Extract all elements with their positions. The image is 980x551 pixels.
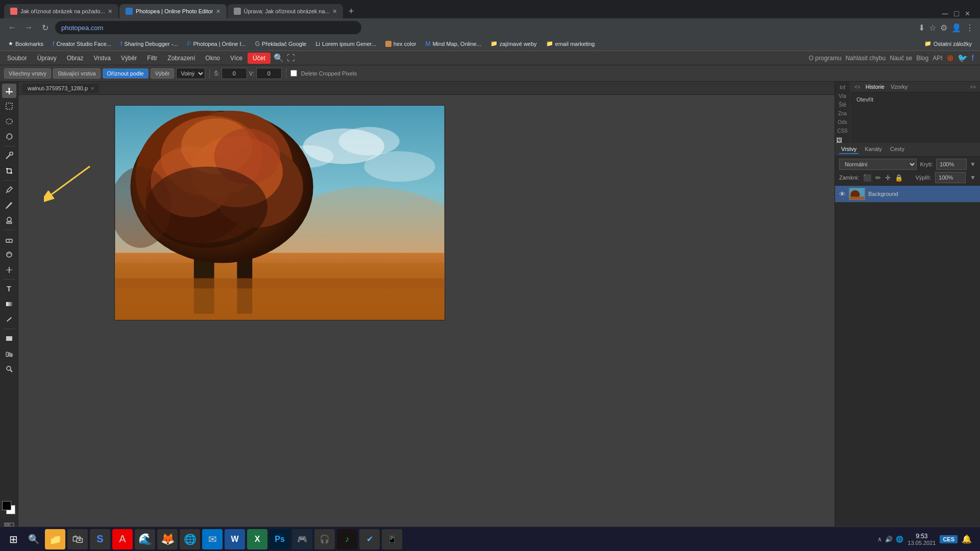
close-button[interactable]: × [965, 9, 970, 18]
color-selector[interactable] [2, 501, 16, 515]
fill-input[interactable] [935, 172, 966, 183]
blog-link[interactable]: Blog [916, 55, 928, 62]
taskbar-todo[interactable]: ✔ [359, 529, 380, 549]
reload-button[interactable]: ↻ [39, 23, 51, 33]
twitter-icon[interactable]: 🐦 [958, 53, 968, 63]
taskbar-store[interactable]: 🛍 [67, 529, 88, 549]
collapse-left-btn[interactable]: <> [852, 83, 863, 91]
taskbar-adobe[interactable]: A [112, 529, 133, 549]
tool-gradient[interactable] [2, 297, 16, 311]
new-tab-button[interactable]: + [344, 4, 358, 18]
extension-icon[interactable]: ⚙ [940, 23, 947, 33]
marks-link[interactable]: Zna [835, 110, 850, 117]
taskbar-time-date[interactable]: 9:53 13.05.2021 [908, 533, 936, 546]
bookmark-zajimave[interactable]: 📁 zajímavé weby [486, 39, 541, 48]
current-layer-button[interactable]: Stávající vrstva [53, 68, 101, 79]
width-input[interactable] [222, 68, 247, 79]
tool-zoom[interactable] [2, 362, 16, 376]
taskbar-word[interactable]: W [225, 529, 245, 549]
maximize-button[interactable]: □ [954, 9, 959, 18]
history-open-item[interactable]: Otevřít [854, 95, 976, 104]
tool-move[interactable] [2, 84, 16, 98]
tab2-close[interactable]: × [216, 8, 220, 15]
menu-soubor[interactable]: Soubor [2, 53, 32, 64]
about-link[interactable]: O programu [808, 55, 841, 62]
browser-tab-3[interactable]: Úprava: Jak oříznout obrázek na... × [228, 4, 343, 18]
collapse-right-btn[interactable]: >> [968, 83, 978, 91]
crop-by-button[interactable]: Oříznout podle [103, 68, 149, 79]
learn-link[interactable]: Nauč se [890, 55, 912, 62]
fill-arrow[interactable]: ▼ [970, 174, 976, 181]
tool-eraser[interactable] [2, 232, 16, 246]
tool-lasso[interactable] [2, 130, 16, 144]
search-button[interactable]: 🔍 [24, 530, 43, 548]
opacity-input[interactable] [936, 159, 967, 170]
back-button[interactable]: ← [6, 23, 18, 32]
tool-eyedropper[interactable] [2, 183, 16, 197]
lock-all-icon[interactable]: 🔒 [895, 174, 903, 182]
tool-dodge[interactable] [2, 263, 16, 277]
taskbar-firefox[interactable]: 🦊 [157, 529, 178, 549]
tool-smudge[interactable] [2, 312, 16, 327]
bookmark-translate[interactable]: G Překladač Google [251, 39, 311, 48]
free-dropdown[interactable]: Volný [176, 68, 205, 79]
taskbar-steam[interactable]: 🎮 [292, 529, 312, 549]
height-input[interactable] [256, 68, 282, 79]
menu-filtr[interactable]: Filtr [142, 53, 162, 64]
minimize-button[interactable]: ─ [942, 9, 948, 18]
css-link[interactable]: CSS [835, 127, 850, 135]
selection-button[interactable]: Výběr [151, 68, 175, 79]
taskbar-phone[interactable]: 📱 [382, 529, 402, 549]
volume-icon[interactable]: 🔊 [885, 536, 893, 543]
taskbar-outlook[interactable]: ✉ [202, 529, 223, 549]
menu-vrstva[interactable]: Vrstva [88, 53, 116, 64]
url-input[interactable]: photopea.com [55, 21, 361, 34]
menu-upravy[interactable]: Úpravy [32, 53, 62, 64]
reddit-icon[interactable]: ⊕ [947, 53, 953, 63]
opacity-arrow[interactable]: ▼ [970, 161, 976, 168]
taskbar-excel[interactable]: X [247, 529, 267, 549]
tool-hand[interactable] [2, 346, 16, 361]
menu-obraz[interactable]: Obraz [62, 53, 89, 64]
history-tab[interactable]: Historie [863, 83, 888, 91]
tool-rect-shape[interactable] [2, 331, 16, 345]
facebook-icon[interactable]: f [972, 54, 974, 63]
info-panel-link[interactable]: Inf [835, 84, 850, 91]
taskbar-app-s[interactable]: S [90, 529, 110, 549]
tab3-close[interactable]: × [333, 8, 337, 15]
layers-tab[interactable]: Vrstvy [839, 145, 859, 154]
notification-icon[interactable]: 🔔 [962, 534, 972, 544]
canvas-close-button[interactable]: × [91, 85, 94, 91]
report-link[interactable]: Nahlásit chybu [845, 55, 886, 62]
tool-wand[interactable] [2, 148, 16, 163]
search-icon[interactable]: 🔍 [274, 53, 284, 63]
paths-tab[interactable]: Cesty [888, 145, 906, 154]
bookmark-icon[interactable]: ☆ [929, 23, 936, 33]
taskbar-headphones[interactable]: 🎧 [314, 529, 335, 549]
downloads-icon[interactable]: ⬇ [918, 23, 925, 33]
channels-link[interactable]: Ště [835, 101, 850, 109]
tool-select-ellipse[interactable] [2, 114, 16, 129]
bookmark-photopea[interactable]: P Photopea | Online I... [183, 39, 250, 48]
forward-button[interactable]: → [22, 23, 35, 32]
tool-crop[interactable] [2, 164, 16, 178]
layer-visibility-icon[interactable]: 👁 [839, 190, 846, 198]
menu-ucet[interactable]: Účet [248, 53, 271, 64]
menu-vyber[interactable]: Výběr [116, 53, 142, 64]
canvas-content[interactable] [18, 95, 835, 551]
lock-pixels-icon[interactable]: ⬛ [863, 174, 871, 182]
blend-mode-dropdown[interactable]: Normální [839, 159, 917, 170]
browser-tab-1[interactable]: Jak oříznout obrázek na požado... × [4, 4, 118, 18]
taskbar-explorer[interactable]: 📁 [45, 529, 65, 549]
menu-okno[interactable]: Okno [200, 53, 225, 64]
bookmark-sharing[interactable]: f Sharing Debugger -... [116, 39, 182, 48]
lock-position-icon[interactable]: ✏ [875, 174, 881, 182]
profile-icon[interactable]: 👤 [951, 23, 962, 33]
network-icon[interactable]: 🌐 [896, 536, 903, 543]
tool-select-rect[interactable] [2, 99, 16, 113]
bookmark-creator[interactable]: f Creator Studio Face... [48, 39, 115, 48]
tool-blur[interactable] [2, 247, 16, 262]
fullscreen-icon[interactable]: ⛶ [287, 54, 295, 63]
tool-pencil[interactable] [2, 198, 16, 212]
taskbar-wave[interactable]: 🌊 [135, 529, 155, 549]
